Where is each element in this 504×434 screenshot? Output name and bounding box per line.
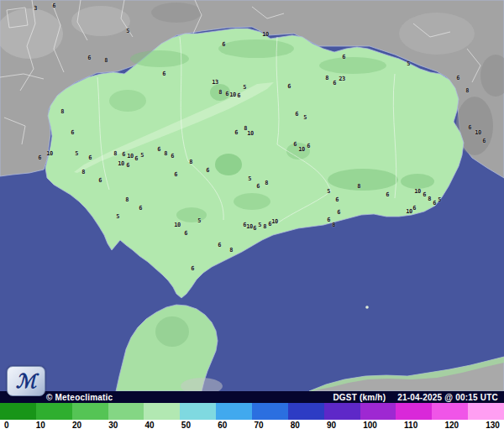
weather-map-screenshot: 3656861065686106613861065686236586108610… [0, 0, 504, 434]
color-scale-bar [0, 403, 504, 420]
map-area: 3656861065686106613861065686236586108610… [0, 0, 504, 391]
scale-segment [72, 403, 108, 420]
scale-tick-labels: 0102030405060708090100110120130 [0, 420, 504, 434]
scale-segment [144, 403, 180, 420]
scale-segment [36, 403, 72, 420]
logo-wave-icon: ℳ [16, 371, 37, 390]
scale-tick-label: 30 [108, 421, 118, 434]
scale-tick-label: 40 [145, 421, 155, 434]
scale-tick-label: 70 [254, 421, 263, 434]
timestamp: 21-04-2025 @ 00:15 UTC [397, 393, 498, 402]
bottom-bar: © Meteoclimatic DGST (km/h) 21-04-2025 @… [0, 391, 504, 403]
scale-tick-label: 100 [363, 421, 377, 434]
map-canvas [0, 0, 504, 391]
scale-tick-label: 110 [404, 421, 417, 434]
meteoclimatic-logo: ℳ [7, 366, 45, 396]
scale-segment [432, 403, 468, 420]
scale-segment [396, 403, 432, 420]
scale-segment [468, 403, 504, 420]
scale-tick-label: 0 [4, 421, 9, 434]
scale-tick-label: 20 [72, 421, 81, 434]
scale-segment [360, 403, 396, 420]
scale-segment [108, 403, 144, 420]
scale-tick-label: 80 [291, 421, 300, 434]
scale-segment [252, 403, 288, 420]
scale-tick-label: 130 [486, 421, 500, 434]
scale-segment [288, 403, 324, 420]
map-meta: DGST (km/h) 21-04-2025 @ 00:15 UTC [333, 393, 498, 402]
scale-segment [180, 403, 216, 420]
island-alboran [365, 306, 369, 309]
scale-tick-label: 60 [218, 421, 227, 434]
scale-segment [324, 403, 360, 420]
scale-tick-label: 90 [327, 421, 336, 434]
attribution: © Meteoclimatic [46, 393, 113, 402]
scale-tick-label: 10 [36, 421, 45, 434]
metric-label: DGST (km/h) [333, 393, 386, 402]
scale-segment [0, 403, 36, 420]
scale-segment [216, 403, 252, 420]
scale-tick-label: 120 [444, 421, 459, 434]
scale-tick-label: 50 [181, 421, 191, 434]
